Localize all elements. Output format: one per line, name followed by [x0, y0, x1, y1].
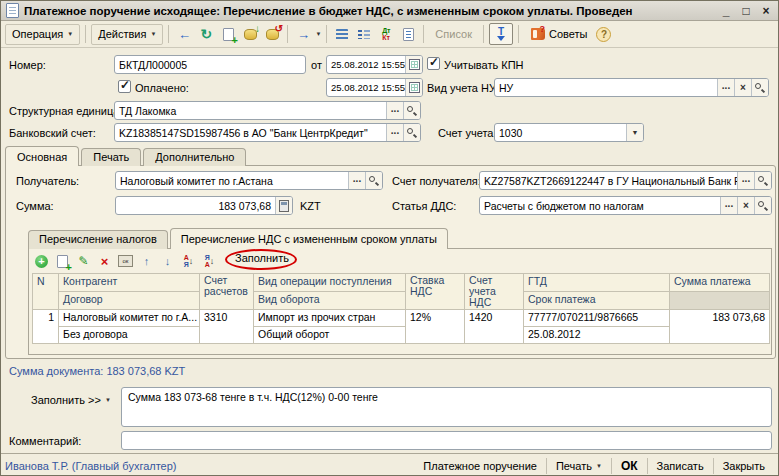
comment-label: Комментарий:	[9, 435, 81, 447]
open-button[interactable]	[754, 197, 771, 214]
close-form-button[interactable]: Закрыть	[714, 454, 774, 476]
save-button[interactable]: Записать	[648, 454, 713, 476]
open-button[interactable]	[754, 172, 771, 189]
calendar-button[interactable]	[405, 79, 422, 96]
tab-vat-transfer[interactable]: Перечисление НДС с измененным сроком упл…	[170, 228, 448, 249]
choose-button[interactable]	[737, 172, 754, 189]
paid-checkbox[interactable]	[118, 80, 131, 93]
choose-button[interactable]	[386, 124, 403, 141]
chevron-down-icon: ▼	[150, 31, 156, 37]
recipient-input[interactable]: Налоговый комитет по г.Астана	[115, 171, 383, 190]
operation-menu-button[interactable]: Операция▼	[5, 24, 80, 45]
checkbox-list-icon[interactable]	[354, 24, 374, 44]
tab-additional[interactable]: Дополнительно	[143, 148, 246, 166]
magnifier-icon	[758, 176, 768, 186]
vat-grid-panel: + ✎ × ок ↑ ↓ АЯ ↓ ЯА ↓	[28, 248, 772, 355]
add-row-icon[interactable]: +	[33, 253, 50, 270]
main-tabs: Основная Печать Дополнительно	[5, 146, 246, 166]
actions-menu-button[interactable]: Действия▼	[91, 24, 163, 45]
cell-payment-sum[interactable]: 183 073,68	[670, 310, 770, 344]
refresh-icon[interactable]	[196, 24, 216, 44]
sort-desc-icon[interactable]: ЯА ↓	[201, 253, 218, 270]
edit-row-icon[interactable]: ✎	[75, 253, 92, 270]
comment-input[interactable]	[121, 431, 772, 450]
copy-row-icon[interactable]	[54, 253, 71, 270]
cell-contractor[interactable]: Налоговый комитет по г.А...	[59, 310, 200, 327]
undo-posting-icon[interactable]	[262, 24, 282, 44]
cell-operation-kind[interactable]: Импорт из прочих стран	[254, 310, 406, 327]
tips-button[interactable]: Советы	[524, 24, 594, 45]
nu-view-input[interactable]: НУ	[494, 78, 769, 97]
print-menu-button[interactable]: Печать ▼	[547, 454, 611, 476]
tab-print[interactable]: Печать	[81, 148, 141, 166]
window-title: Платежное поручение исходящее: Перечисле…	[24, 5, 714, 17]
list-rows-icon[interactable]	[332, 24, 352, 44]
amount-input[interactable]: 183 073,68	[115, 196, 293, 215]
number-input[interactable]: БКТДЛ000005	[114, 55, 306, 74]
reread-icon[interactable]	[174, 24, 194, 44]
calculator-icon	[279, 200, 289, 212]
post-document-icon[interactable]	[240, 24, 260, 44]
col-turnover-kind: Вид оборота	[254, 292, 406, 310]
table-row[interactable]: Без договора Общий оборот 25.08.2012	[33, 327, 770, 344]
dropdown-button[interactable]	[626, 124, 643, 141]
fill-purpose-button[interactable]: Заполнить >> ▼	[31, 394, 111, 406]
calendar-button[interactable]	[405, 56, 422, 73]
payment-purpose-textarea[interactable]: Сумма 183 073-68 тенге в т.ч. НДС(12%) 0…	[121, 387, 772, 427]
toolbar-separator	[518, 25, 519, 43]
choose-button[interactable]	[720, 197, 737, 214]
maximize-button[interactable]: □	[739, 4, 753, 18]
magnifier-icon	[758, 201, 768, 211]
window-controls: _ □ ×	[719, 4, 773, 18]
choose-button[interactable]	[348, 172, 365, 189]
ok-button[interactable]: ОК	[612, 454, 647, 476]
chevron-down-icon[interactable]: ▼	[315, 31, 321, 37]
recipient-account-input[interactable]: KZ27587KZT2669122447 в ГУ Национальный Б…	[479, 171, 772, 190]
dds-article-input[interactable]: Расчеты с бюджетом по налогам	[479, 196, 772, 215]
date-from-label: от	[311, 59, 322, 71]
table-row[interactable]: 1 Налоговый комитет по г.А... 3310 Импор…	[33, 310, 770, 327]
cell-vat-rate[interactable]: 12%	[406, 310, 465, 344]
open-button[interactable]	[365, 172, 382, 189]
bank-account-label: Банковский счет:	[9, 127, 96, 139]
calculator-button[interactable]	[275, 197, 292, 214]
move-down-icon[interactable]: ↓	[159, 253, 176, 270]
move-up-icon[interactable]: ↑	[138, 253, 155, 270]
kpn-checkbox[interactable]	[427, 57, 440, 70]
cell-gtd[interactable]: 77777/070211/9876665	[524, 310, 670, 327]
cell-payment-term[interactable]: 25.08.2012	[524, 327, 670, 344]
payment-order-print-button[interactable]: Платежное поручение	[414, 454, 546, 476]
structural-unit-input[interactable]: ТД Лакомка	[114, 101, 421, 120]
clear-button[interactable]	[734, 79, 751, 96]
open-button[interactable]	[751, 79, 768, 96]
help-icon[interactable]: ?	[596, 27, 611, 42]
fill-button[interactable]: Заполнить	[235, 252, 289, 264]
open-button[interactable]	[403, 124, 420, 141]
cell-turnover-kind[interactable]: Общий оборот	[254, 327, 406, 344]
bank-account-input[interactable]: KZ18385147SD15987456 в АО "Банк ЦентрКре…	[114, 123, 421, 142]
minimize-button[interactable]: _	[719, 4, 733, 18]
cell-contract[interactable]: Без договора	[59, 327, 200, 344]
output-icon[interactable]	[293, 24, 313, 44]
cell-n[interactable]: 1	[33, 310, 59, 344]
ledger-account-select[interactable]: 1030	[494, 123, 644, 142]
copy-new-icon[interactable]	[218, 24, 238, 44]
sort-asc-icon[interactable]: АЯ ↓	[180, 253, 197, 270]
cell-vat-account[interactable]: 1420	[465, 310, 524, 344]
open-button[interactable]	[403, 102, 420, 119]
tab-main[interactable]: Основная	[5, 146, 79, 166]
document-date-input[interactable]: 25.08.2012 15:55:41	[326, 55, 423, 74]
choose-button[interactable]	[717, 79, 734, 96]
nu-view-label: Вид учета НУ:	[427, 82, 499, 94]
debit-credit-icon[interactable]: Дт Кт	[376, 24, 396, 44]
close-button[interactable]: ×	[759, 4, 773, 18]
choose-button[interactable]	[386, 102, 403, 119]
filter-toggle-button[interactable]: T	[489, 23, 513, 45]
end-edit-icon[interactable]: ок	[117, 253, 134, 270]
clear-button[interactable]	[737, 197, 754, 214]
tab-tax-transfer[interactable]: Перечисление налогов	[28, 230, 168, 249]
document-journal-icon[interactable]	[398, 24, 418, 44]
cell-settle-account[interactable]: 3310	[200, 310, 254, 344]
paid-date-input[interactable]: 25.08.2012 15:55:41	[326, 78, 423, 97]
delete-row-icon[interactable]: ×	[96, 253, 113, 270]
